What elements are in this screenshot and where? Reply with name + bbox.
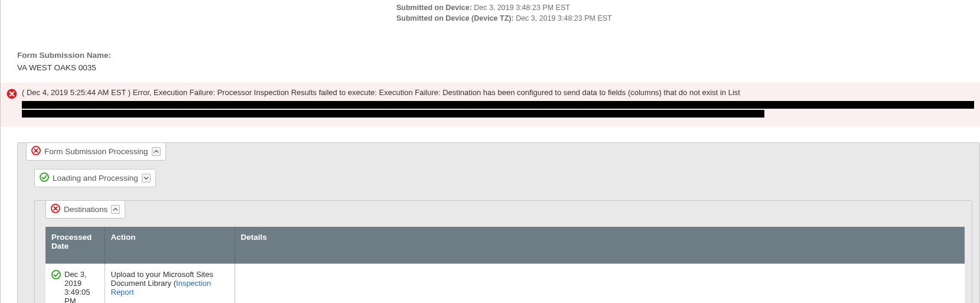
- processing-area: Form Submission Processing Loadin: [17, 142, 980, 303]
- processed-date-text: Dec 3, 2019 3:49:05 PM: [64, 270, 99, 303]
- destinations-panel: Destinations Processed Date Action Detai…: [34, 200, 972, 303]
- loading-processing-panel: Loading and Processing: [34, 169, 972, 187]
- form-submission-name-label: Form Submission Name:: [17, 51, 980, 60]
- main-panel: Submitted on Device: Dec 3, 2019 3:48:23…: [0, 0, 980, 303]
- error-banner: ( Dec 4, 2019 5:25:44 AM EST ) Error, Ex…: [1, 83, 980, 127]
- loading-processing-header[interactable]: Loading and Processing: [34, 169, 156, 187]
- collapse-icon[interactable]: [111, 205, 120, 214]
- col-processed-date: Processed Date: [45, 227, 105, 264]
- destinations-header[interactable]: Destinations: [45, 200, 125, 219]
- submitted-on-device-tz-label: Submitted on Device (Device TZ):: [396, 14, 514, 22]
- col-details: Details: [235, 227, 965, 264]
- submission-meta: Submitted on Device: Dec 3, 2019 3:48:23…: [1, 0, 980, 24]
- col-action: Action: [105, 227, 235, 264]
- error-status-icon: [51, 204, 60, 215]
- success-status-icon: [51, 270, 61, 281]
- destinations-table: Processed Date Action Details: [45, 227, 965, 303]
- table-row: Dec 3, 2019 3:49:05 PM Upload to your Mi…: [45, 263, 965, 303]
- redacted-line-1: [22, 101, 974, 109]
- form-submission-processing-title: Form Submission Processing: [44, 147, 148, 156]
- svg-point-4: [52, 271, 60, 279]
- error-icon: [6, 89, 17, 101]
- form-name-block: Form Submission Name: VA WEST OAKS 0035: [1, 24, 980, 72]
- submitted-on-device-value: Dec 3, 2019 3:48:23 PM EST: [474, 4, 570, 12]
- redacted-line-2: [22, 110, 764, 118]
- cell-action: Upload to your Microsoft Sites Document …: [105, 263, 235, 303]
- loading-processing-title: Loading and Processing: [53, 174, 138, 183]
- svg-point-2: [40, 173, 48, 181]
- cell-details: [235, 263, 965, 303]
- expand-icon[interactable]: [142, 174, 151, 183]
- error-message: ( Dec 4, 2019 5:25:44 AM EST ) Error, Ex…: [22, 87, 974, 118]
- submitted-on-device-tz-value: Dec 3, 2019 3:48:23 PM EST: [516, 14, 612, 22]
- cell-processed-date: Dec 3, 2019 3:49:05 PM: [45, 263, 105, 303]
- collapse-icon[interactable]: [152, 147, 161, 156]
- error-message-text: ( Dec 4, 2019 5:25:44 AM EST ) Error, Ex…: [22, 88, 740, 97]
- table-header-row: Processed Date Action Details: [45, 227, 965, 264]
- error-status-icon: [31, 146, 41, 157]
- form-submission-processing-panel: Form Submission Processing Loadin: [17, 142, 980, 303]
- destinations-title: Destinations: [64, 205, 108, 214]
- success-status-icon: [40, 172, 49, 184]
- meta-row-submitted: Submitted on Device: Dec 3, 2019 3:48:23…: [396, 2, 980, 13]
- submitted-on-device-label: Submitted on Device:: [396, 4, 472, 12]
- form-submission-processing-header[interactable]: Form Submission Processing: [26, 142, 166, 161]
- form-submission-name-value: VA WEST OAKS 0035: [17, 63, 980, 72]
- meta-row-submitted-tz: Submitted on Device (Device TZ): Dec 3, …: [396, 13, 980, 24]
- form-submission-processing-body: Loading and Processing: [18, 161, 979, 303]
